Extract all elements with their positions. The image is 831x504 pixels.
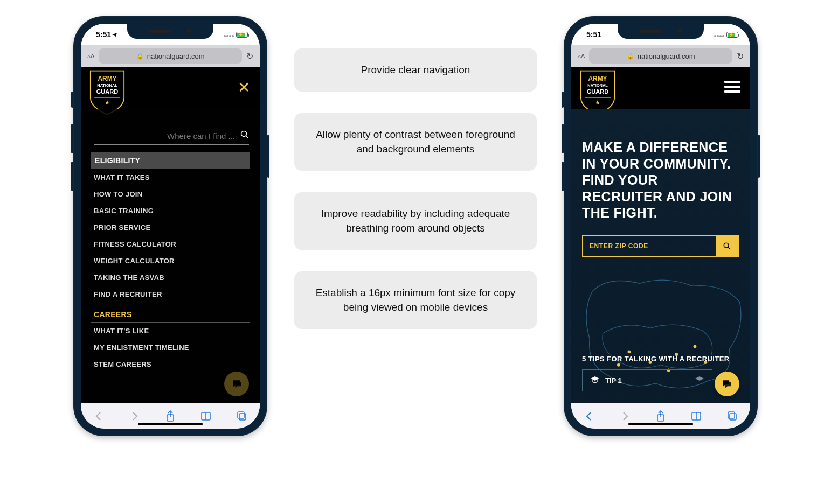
app-header: ARMY NATIONAL GUARD ★ ✕ [81, 67, 260, 109]
search-icon[interactable] [240, 130, 249, 141]
share-icon[interactable] [655, 410, 667, 422]
url-text: nationalguard.com [147, 52, 205, 60]
zip-code-search[interactable] [582, 235, 739, 257]
reload-icon[interactable]: ↻ [737, 51, 744, 61]
graduation-cap-icon [590, 376, 600, 385]
hamburger-menu-icon[interactable] [724, 81, 740, 93]
battery-icon: ⚡ [236, 32, 248, 38]
navigation-menu: NEXT TION ELIGIBILITY WHAT IT TAKES HOW … [81, 109, 260, 403]
bookmarks-icon[interactable] [690, 410, 702, 422]
guideline-callout: Allow plenty of contrast between foregro… [294, 113, 537, 171]
forward-icon[interactable] [619, 410, 631, 422]
search-input[interactable] [94, 131, 240, 141]
share-icon[interactable] [164, 410, 176, 422]
location-icon: ➤ [111, 30, 120, 39]
guideline-callout: Establish a 16px minimum font size for c… [294, 271, 537, 329]
graduation-cap-icon [695, 376, 704, 385]
menu-item[interactable]: WHAT IT TAKES [91, 169, 250, 186]
svg-rect-12 [238, 412, 244, 418]
battery-icon: ⚡ [726, 32, 738, 38]
svg-rect-31 [730, 414, 736, 420]
svg-rect-32 [728, 412, 735, 418]
menu-item[interactable]: FIND A RECRUITER [91, 286, 250, 303]
reload-icon[interactable]: ↻ [246, 51, 253, 61]
menu-item[interactable]: HOW TO JOIN [91, 186, 250, 202]
design-guidelines-list: Provide clear navigation Allow plenty of… [294, 48, 537, 329]
tip-label: TIP 1 [605, 376, 622, 384]
menu-item[interactable]: STEM CAREERS [91, 356, 250, 373]
url-field[interactable]: 🔒 nationalguard.com [99, 48, 242, 64]
status-time: 5:51 [96, 30, 111, 39]
svg-text:★: ★ [105, 99, 110, 106]
hero-section: MAKE A DIFFERENCE IN YOUR COMMUNITY. FIN… [571, 109, 750, 403]
menu-item[interactable]: BASIC TRAINING [91, 202, 250, 219]
site-search[interactable] [94, 130, 249, 145]
menu-item[interactable]: WHAT IT'S LIKE [91, 323, 250, 339]
svg-text:NATIONAL: NATIONAL [97, 83, 117, 88]
tabs-icon[interactable] [726, 410, 738, 422]
svg-line-6 [246, 136, 249, 139]
chat-button[interactable] [224, 372, 249, 396]
browser-address-bar: AA 🔒 nationalguard.com ↻ [81, 45, 260, 67]
url-text: nationalguard.com [638, 52, 695, 60]
text-size-control[interactable]: AA [578, 53, 585, 59]
svg-point-23 [694, 345, 697, 348]
svg-text:GUARD: GUARD [96, 88, 118, 95]
svg-text:NATIONAL: NATIONAL [587, 83, 608, 88]
forward-icon[interactable] [129, 410, 141, 422]
tabs-icon[interactable] [236, 410, 248, 422]
svg-point-18 [724, 243, 729, 248]
lock-icon: 🔒 [627, 53, 634, 60]
svg-point-20 [627, 350, 631, 353]
svg-line-19 [728, 247, 730, 249]
home-indicator[interactable] [628, 423, 693, 425]
back-icon[interactable] [93, 410, 105, 422]
menu-heading-careers[interactable]: CAREERS [91, 303, 250, 323]
phone-mockup-left: 5:51 ➤ ⚡ AA 🔒 nationalguard.com ↻ [73, 16, 267, 436]
svg-text:GUARD: GUARD [587, 88, 608, 95]
guideline-callout: Improve readability by including adequat… [294, 192, 537, 250]
svg-rect-11 [239, 414, 246, 420]
phone-mockup-right: 5:51 ⚡ AA 🔒 nationalguard.com ↻ [564, 16, 758, 436]
zip-input[interactable] [583, 236, 716, 256]
svg-text:ARMY: ARMY [98, 75, 116, 82]
back-icon[interactable] [583, 410, 595, 422]
browser-address-bar: AA 🔒 nationalguard.com ↻ [571, 45, 750, 67]
lock-icon: 🔒 [136, 53, 144, 60]
chat-button[interactable] [715, 372, 739, 396]
menu-item[interactable]: MY ENLISTMENT TIMELINE [91, 339, 250, 356]
bookmarks-icon[interactable] [200, 410, 212, 422]
hero-headline: MAKE A DIFFERENCE IN YOUR COMMUNITY. FIN… [582, 139, 739, 221]
tips-heading: 5 TIPS FOR TALKING WITH A RECRUITER [582, 355, 730, 363]
text-size-control[interactable]: AA [87, 53, 94, 59]
menu-item[interactable]: WEIGHT CALCULATOR [91, 253, 250, 269]
signal-icon [714, 30, 724, 39]
menu-item[interactable]: PRIOR SERVICE [91, 219, 250, 236]
guideline-callout: Provide clear navigation [294, 48, 537, 92]
svg-point-26 [617, 363, 620, 367]
menu-item[interactable]: TAKING THE ASVAB [91, 269, 250, 286]
app-header: ARMY NATIONAL GUARD ★ [571, 67, 750, 109]
close-menu-icon[interactable]: ✕ [238, 79, 250, 96]
svg-text:ARMY: ARMY [588, 75, 607, 82]
url-field[interactable]: 🔒 nationalguard.com [589, 48, 732, 64]
menu-item[interactable]: FITNESS CALCULATOR [91, 236, 250, 253]
tip-card[interactable]: TIP 1 [582, 369, 712, 391]
svg-text:★: ★ [595, 99, 600, 106]
zip-search-button[interactable] [716, 236, 738, 256]
signal-icon [223, 30, 234, 39]
status-time: 5:51 [586, 30, 601, 39]
svg-point-5 [241, 131, 247, 137]
menu-heading-eligibility[interactable]: ELIGIBILITY [91, 152, 250, 169]
home-indicator[interactable] [138, 423, 203, 425]
